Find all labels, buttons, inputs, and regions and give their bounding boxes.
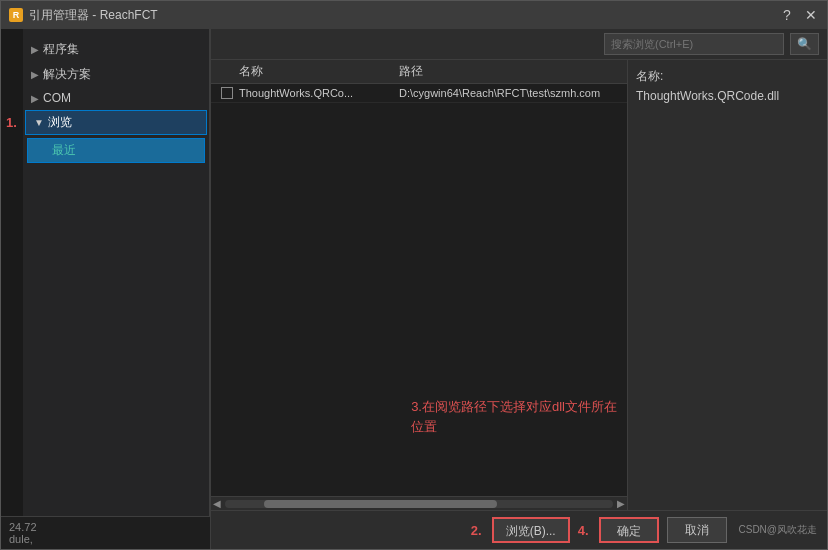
right-panel-label: 名称: — [636, 68, 819, 85]
search-input[interactable] — [604, 33, 784, 55]
sidebar-item-solution-label: 解决方案 — [43, 66, 91, 83]
row-path: D:\cygwin64\Reach\RFCT\test\szmh.com — [399, 87, 623, 99]
help-button[interactable]: ? — [779, 7, 795, 23]
search-bar: 🔍 — [211, 29, 827, 60]
arrow-icon: ▶ — [31, 44, 39, 55]
cancel-button[interactable]: 取消 — [667, 517, 727, 543]
left-section: ▶ 程序集 ▶ 解决方案 ▶ COM ▼ 浏览 — [1, 29, 211, 549]
sidebar-item-programs[interactable]: ▶ 程序集 — [23, 37, 209, 62]
ok-button[interactable]: 确定 — [599, 517, 659, 543]
step2-label: 2. — [471, 523, 482, 538]
row-name: ThoughtWorks.QRCo... — [239, 87, 399, 99]
sidebar-item-recent[interactable]: 最近 — [27, 138, 205, 163]
step4-label: 4. — [578, 523, 589, 538]
spacer — [23, 29, 209, 37]
footer-bar: 2. 浏览(B)... 4. 确定 取消 CSDN@风吹花走 — [211, 510, 827, 549]
row-checkbox[interactable] — [221, 87, 233, 99]
scroll-right-icon[interactable]: ▶ — [617, 498, 625, 509]
scrollbar-track[interactable] — [225, 500, 613, 508]
annotation-step3-text: 3.在阅览路径下选择对应dll文件所在位置 — [411, 399, 617, 434]
sidebar-item-com[interactable]: ▶ COM — [23, 87, 209, 109]
sidebar-item-browse-label: 浏览 — [48, 114, 72, 131]
sidebar-item-recent-label: 最近 — [52, 143, 76, 157]
col-check — [215, 63, 239, 80]
line-numbers — [1, 29, 23, 516]
step1-label: 1. — [6, 115, 17, 130]
watermark: CSDN@风吹花走 — [739, 523, 818, 537]
table-row[interactable]: ThoughtWorks.QRCo... D:\cygwin64\Reach\R… — [211, 84, 627, 103]
right-panel-value: ThoughtWorks.QRCode.dll — [636, 89, 819, 103]
title-bar-left: R 引用管理器 - ReachFCT — [9, 7, 158, 24]
title-bar-controls: ? ✕ — [779, 7, 819, 23]
sidebar-item-browse[interactable]: ▼ 浏览 — [25, 110, 207, 135]
browse-button[interactable]: 浏览(B)... — [492, 517, 570, 543]
split-content: 名称 路径 ThoughtWorks.QRCo... D:\cygwin64\R… — [211, 60, 827, 510]
main-area: 🔍 名称 路径 — [211, 29, 827, 549]
right-panel: 名称: ThoughtWorks.QRCode.dll — [627, 60, 827, 510]
title-bar: R 引用管理器 - ReachFCT ? ✕ — [1, 1, 827, 29]
scroll-left-icon[interactable]: ◀ — [213, 498, 221, 509]
line-number-2: dule, — [9, 533, 202, 545]
sidebar: ▶ 程序集 ▶ 解决方案 ▶ COM ▼ 浏览 — [23, 29, 210, 516]
sidebar-container: ▶ 程序集 ▶ 解决方案 ▶ COM ▼ 浏览 — [1, 29, 210, 516]
sidebar-item-com-label: COM — [43, 91, 71, 105]
bottom-numbers: 24.72 dule, — [1, 516, 210, 549]
search-icon: 🔍 — [797, 37, 812, 51]
row-checkbox-cell — [215, 87, 239, 99]
line-number-1: 24.72 — [9, 521, 202, 533]
table-area: 名称 路径 ThoughtWorks.QRCo... D:\cygwin64\R… — [211, 60, 627, 510]
sidebar-item-solution[interactable]: ▶ 解决方案 — [23, 62, 209, 87]
browse-arrow-icon: ▼ — [34, 117, 44, 128]
close-button[interactable]: ✕ — [803, 7, 819, 23]
sidebar-item-programs-label: 程序集 — [43, 41, 79, 58]
arrow-icon: ▶ — [31, 69, 39, 80]
col-path-header: 路径 — [399, 63, 623, 80]
col-name-header: 名称 — [239, 63, 399, 80]
search-button[interactable]: 🔍 — [790, 33, 819, 55]
scrollbar-thumb[interactable] — [264, 500, 497, 508]
app-icon: R — [9, 8, 23, 22]
arrow-icon: ▶ — [31, 93, 39, 104]
main-window: R 引用管理器 - ReachFCT ? ✕ ▶ 程序集 — [0, 0, 828, 550]
table-header: 名称 路径 — [211, 60, 627, 84]
table-body: ThoughtWorks.QRCo... D:\cygwin64\Reach\R… — [211, 84, 627, 496]
annotation-step3: 3.在阅览路径下选择对应dll文件所在位置 — [411, 397, 617, 436]
window-title: 引用管理器 - ReachFCT — [29, 7, 158, 24]
content-area: ▶ 程序集 ▶ 解决方案 ▶ COM ▼ 浏览 — [1, 29, 827, 549]
horizontal-scrollbar[interactable]: ◀ ▶ — [211, 496, 627, 510]
